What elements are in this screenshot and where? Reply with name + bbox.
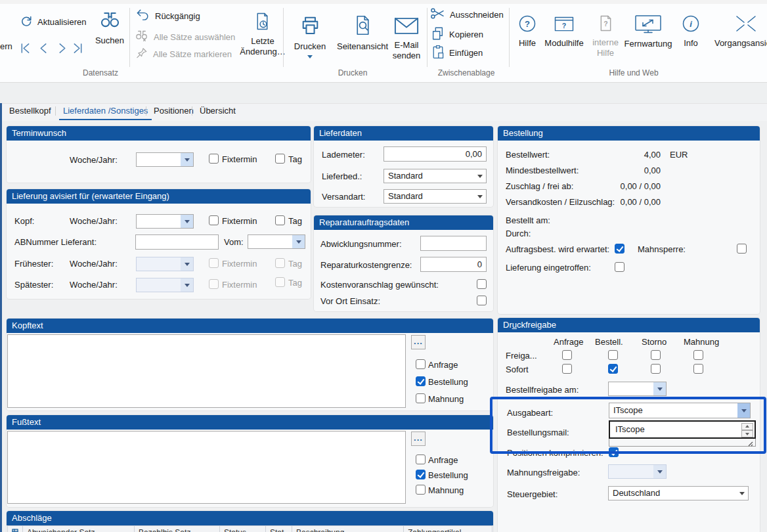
fusstext-mahnung-label: Mahnung [428, 485, 464, 495]
abnummer-lieferant-input[interactable] [135, 234, 219, 250]
versandart-label: Versandart: [322, 192, 366, 202]
spaetester-tag-checkbox[interactable] [275, 277, 285, 287]
tab-uebersicht[interactable]: Übersicht [196, 103, 240, 119]
fernwartung-button[interactable]: Fernwartung [616, 14, 680, 49]
kopftext-bestellung-checkbox[interactable] [416, 376, 426, 386]
terminwunsch-woche-jahr-combo[interactable] [136, 152, 194, 167]
spinner-up-button[interactable] [741, 423, 753, 430]
alle-saetze-auswaehlen-button[interactable]: Alle Sätze auswählen [135, 29, 235, 45]
freigabe-storno-checkbox[interactable] [651, 350, 661, 360]
kopf-tag-checkbox[interactable] [275, 215, 285, 225]
spaetester-fixtermin-checkbox[interactable] [209, 279, 219, 289]
mahnungsfreigabe-label: Mahnungsfreigabe: [507, 468, 580, 477]
grid-icon-cell[interactable] [7, 525, 23, 532]
fruehester-fixtermin-checkbox[interactable] [209, 258, 219, 268]
info-button[interactable]: i Info [676, 14, 705, 48]
fusstext-bestellung-checkbox[interactable] [416, 470, 426, 479]
tab-lieferdaten-sonstiges[interactable]: Lieferdaten /Sonstiges [59, 103, 152, 120]
sofort-storno-checkbox[interactable] [651, 364, 661, 374]
modulhilfe-button[interactable]: ? Modulhilfe [538, 16, 590, 48]
steuergebiet-label: Steuergebiet: [507, 489, 558, 499]
kopftext-textarea[interactable] [7, 334, 406, 408]
positionen-komprimieren-label: Positionen komprimieren: [507, 448, 603, 458]
vor-ort-einsatz-checkbox[interactable] [477, 296, 487, 305]
reparaturkostengrenze-input[interactable] [420, 257, 487, 272]
rueckgaengig-button[interactable]: Rückgängig [135, 9, 200, 23]
resize-grip[interactable] [747, 439, 754, 449]
nav-next-button[interactable] [56, 42, 68, 56]
nav-first-button[interactable] [20, 42, 31, 56]
einfuegen-button[interactable]: Einfügen [431, 45, 483, 61]
grid-col-header[interactable]: Stat. [266, 525, 292, 532]
alle-saetze-markieren-button[interactable]: Alle Sätze markieren [135, 47, 232, 61]
letzte-aenderung-button[interactable]: Letzte Änderung… [242, 12, 284, 56]
seitenansicht-button[interactable]: Seitenansicht [332, 14, 393, 51]
panel-title-lieferdaten: Lieferdaten [314, 126, 493, 141]
vorgangsansicht-button[interactable]: Vorgangsansicht [707, 14, 767, 48]
positionen-komprimieren-checkbox[interactable] [609, 447, 619, 457]
mahnungsfreigabe-combo[interactable] [608, 464, 667, 479]
fernwartung-label: Fernwartung [625, 39, 672, 49]
sofort-bestell-checkbox[interactable] [608, 364, 618, 374]
panel-title-lieferung-avisiert: Lieferung avisiert für (erwarteter Einga… [7, 189, 311, 204]
grid-col-header[interactable]: Beschreibung [292, 525, 404, 532]
fruehester-woche-jahr-combo[interactable] [136, 257, 194, 271]
freigabe-anfrage-checkbox[interactable] [562, 350, 572, 360]
lieferbedingung-combo[interactable]: Standard [384, 169, 487, 183]
grid-col-header[interactable]: Zahlungsartikel [404, 525, 493, 532]
abwicklungsnummer-input[interactable] [420, 236, 487, 251]
suchen-button[interactable]: Suchen [92, 11, 127, 45]
spaetester-woche-jahr-combo[interactable] [136, 278, 194, 292]
kopftext-anfrage-checkbox[interactable] [416, 359, 426, 369]
nav-last-button[interactable] [72, 42, 83, 56]
tab-positionen[interactable]: Positionen [150, 103, 198, 119]
kopftext-more-button[interactable]: ... [411, 335, 426, 349]
fixtermin-checkbox[interactable] [209, 154, 219, 164]
fruehester-tag-checkbox[interactable] [275, 258, 285, 268]
kostenvoranschlag-checkbox[interactable] [477, 279, 487, 289]
chevron-down-icon [181, 257, 193, 271]
sofort-anfrage-checkbox[interactable] [562, 364, 572, 374]
versandart-combo[interactable]: Standard [384, 189, 487, 204]
spinner-down-button[interactable] [741, 430, 753, 437]
aktualisieren-button[interactable]: Aktualisieren [20, 14, 86, 30]
sofort-mahnung-checkbox[interactable] [693, 364, 703, 374]
lademeter-input[interactable] [384, 146, 487, 162]
bestellungsmail-spinner-input[interactable]: ITscope [609, 420, 756, 439]
freigabe-bestell-checkbox[interactable] [608, 350, 618, 360]
kopf-fixtermin-checkbox[interactable] [209, 215, 219, 225]
freigabe-row-label: Freiga... [506, 351, 537, 361]
document-clock-icon [255, 12, 271, 33]
vor-ort-einsatz-label: Vor Ort Einsatz: [320, 296, 380, 306]
kopftext-mahnung-checkbox[interactable] [416, 393, 426, 403]
tag-checkbox[interactable] [275, 154, 285, 164]
fusstext-textarea[interactable] [7, 431, 406, 504]
mahnsperre-checkbox[interactable] [737, 244, 747, 254]
drucken-button[interactable]: Drucken [289, 16, 331, 61]
clipped-ribbon-button[interactable]: ern [0, 41, 12, 51]
email-label-line1: E-Mail [395, 40, 419, 50]
freigabe-mahnung-checkbox[interactable] [693, 350, 703, 360]
panel-title-fusstext: Fußtext [7, 415, 493, 430]
fusstext-anfrage-checkbox[interactable] [416, 454, 426, 464]
kopieren-button[interactable]: Kopieren [431, 26, 483, 43]
tab-bestellkopf[interactable]: Bestellkopf [5, 103, 55, 119]
vom-combo[interactable] [248, 234, 305, 249]
steuergebiet-combo[interactable]: Deutschland [608, 486, 749, 500]
grid-col-header[interactable]: Bezahlbis Satz [135, 525, 220, 532]
fusstext-mahnung-checkbox[interactable] [416, 485, 426, 495]
auftragsbestaetigung-checkbox[interactable] [615, 244, 625, 254]
bestellfreigabe-am-combo[interactable] [608, 382, 667, 396]
chevron-down-icon [653, 465, 666, 478]
lieferung-eingetroffen-checkbox[interactable] [615, 262, 625, 272]
bestellfreigabe-am-label: Bestellfreigabe am: [506, 385, 579, 395]
nav-previous-button[interactable] [38, 42, 49, 56]
grid-col-header[interactable]: Abweichender Satz [23, 525, 135, 532]
email-senden-button[interactable]: E-Mail senden [389, 17, 424, 60]
grid-col-header[interactable]: Status [220, 525, 266, 532]
tab-separator [55, 106, 56, 116]
ausschneiden-button[interactable]: Ausschneiden [430, 7, 504, 22]
fusstext-more-button[interactable]: ... [411, 432, 426, 446]
kopf-woche-jahr-combo[interactable] [136, 214, 194, 229]
ausgabeart-combo[interactable]: ITscope [609, 403, 751, 418]
